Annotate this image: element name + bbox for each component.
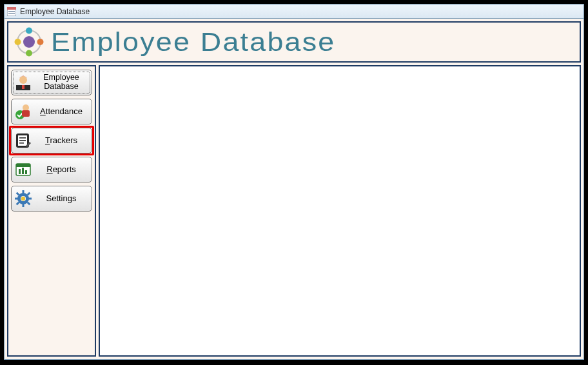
svg-rect-22 — [16, 164, 30, 167]
svg-point-11 — [19, 76, 27, 84]
body-row: Employee Database Attendance — [7, 65, 581, 357]
svg-rect-18 — [19, 137, 26, 139]
nav-label: Settings — [35, 194, 88, 203]
svg-point-8 — [26, 50, 32, 57]
svg-rect-31 — [28, 198, 32, 200]
svg-rect-29 — [23, 204, 24, 207]
svg-rect-28 — [23, 190, 24, 193]
svg-rect-25 — [25, 170, 27, 174]
app-logo-icon — [14, 26, 44, 57]
nav-label: Trackers — [35, 136, 88, 145]
svg-rect-23 — [19, 169, 21, 174]
svg-point-5 — [23, 36, 35, 48]
svg-rect-2 — [8, 11, 15, 12]
svg-point-6 — [26, 28, 32, 34]
nav-reports[interactable]: Reports — [11, 157, 92, 182]
svg-rect-15 — [22, 110, 30, 117]
settings-gear-icon — [14, 190, 32, 208]
reports-icon — [14, 161, 32, 179]
svg-point-9 — [15, 39, 21, 45]
window-title: Employee Database — [20, 7, 90, 16]
svg-point-14 — [23, 104, 29, 111]
sidebar: Employee Database Attendance — [7, 65, 96, 357]
nav-label: Reports — [35, 165, 88, 174]
svg-rect-20 — [19, 143, 24, 144]
outer-frame: Employee Database Employee Database — [0, 0, 588, 365]
svg-rect-1 — [7, 7, 16, 10]
svg-rect-12 — [22, 85, 24, 89]
svg-rect-24 — [22, 168, 24, 174]
trackers-icon — [14, 132, 32, 150]
svg-rect-30 — [15, 198, 18, 200]
header-banner: Employee Database — [7, 21, 581, 63]
svg-rect-3 — [8, 13, 15, 14]
attendance-icon — [14, 103, 32, 121]
content-area — [99, 65, 581, 357]
app-window: Employee Database Employee Database — [4, 4, 584, 360]
banner-title: Employee Database — [51, 28, 336, 57]
svg-point-7 — [37, 39, 44, 45]
employee-icon — [14, 74, 32, 92]
nav-settings[interactable]: Settings — [11, 186, 92, 212]
nav-attendance[interactable]: Attendance — [11, 99, 92, 124]
nav-label: Attendance — [35, 107, 88, 116]
titlebar: Employee Database — [5, 5, 583, 19]
nav-label: Employee Database — [35, 74, 88, 92]
nav-trackers[interactable]: Trackers — [11, 128, 92, 153]
nav-employee-database[interactable]: Employee Database — [11, 70, 92, 95]
svg-rect-19 — [19, 140, 26, 141]
app-form-icon — [7, 7, 16, 16]
svg-point-36 — [21, 197, 25, 201]
